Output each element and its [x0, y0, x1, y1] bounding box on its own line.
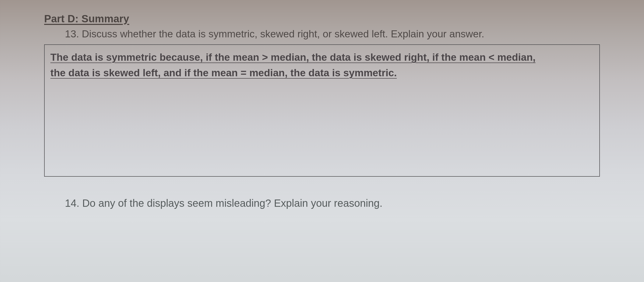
question-13-answer-line2a: the data is skewed left, and if the mean… [50, 67, 343, 78]
question-13-answer-line2b: symmetric. [343, 67, 397, 78]
part-d-heading: Part D: Summary [44, 13, 600, 25]
question-13-answer-box[interactable]: The data is symmetric because, if the me… [44, 44, 600, 177]
question-13-prompt: 13. Discuss whether the data is symmetri… [65, 28, 600, 40]
question-14-prompt: 14. Do any of the displays seem misleadi… [65, 197, 600, 209]
worksheet-page: Part D: Summary 13. Discuss whether the … [0, 0, 644, 282]
question-13-answer-line1: The data is symmetric because, if the me… [50, 52, 535, 63]
